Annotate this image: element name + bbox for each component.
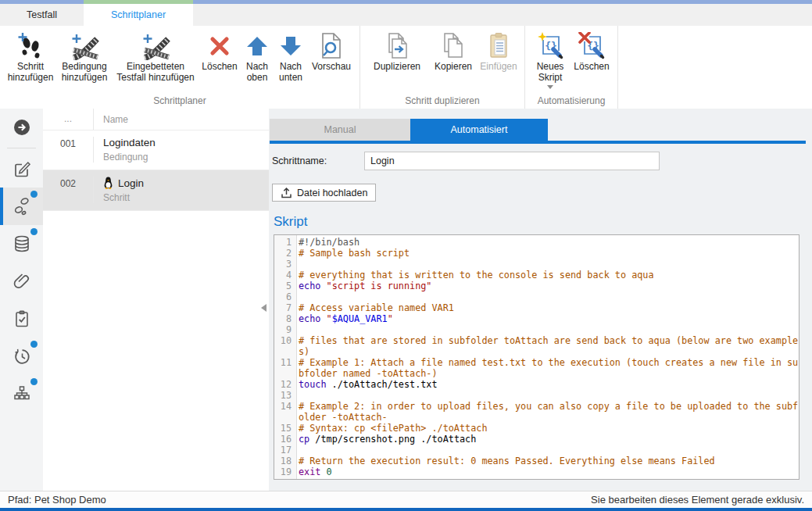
step-number: 002 (43, 177, 94, 203)
duplicate-icon (383, 30, 411, 62)
line-number: 3 (274, 259, 296, 270)
add-step-icon (16, 30, 45, 62)
code-line: 8echo "$AQUA_VAR1" (274, 313, 799, 324)
delete-x-icon (208, 30, 231, 62)
code-line: 11# Example 1: Attach a file named test.… (274, 357, 799, 379)
history-badge-dot (30, 341, 38, 348)
add-embedded-testcase-label: Eingebetteten Testfall hinzufügen (113, 62, 198, 83)
add-condition-button[interactable]: Bedingung hinzufügen (57, 28, 112, 83)
move-up-label: Nach oben (241, 62, 273, 83)
hierarchy-icon (13, 384, 31, 403)
detail-tab-bar: Manual Automatisiert (270, 119, 812, 141)
steps-list-panel: ... Name 001 Logindaten Bedingung 002 (43, 109, 270, 491)
move-down-button[interactable]: Nach unten (274, 28, 307, 83)
step-name-input[interactable] (364, 152, 660, 170)
step-type: Bedingung (103, 152, 269, 163)
line-number: 6 (274, 291, 296, 302)
tab-testfall[interactable]: Testfall (0, 4, 84, 26)
code-text: cp /tmp/screnshot.png ./toAttach (299, 434, 799, 445)
move-down-label: Nach unten (274, 62, 307, 83)
delete-script-icon: {} (578, 30, 605, 62)
code-line: 5echo "script is running" (274, 281, 799, 291)
code-text: # Example 2: in order to upload files, y… (299, 401, 799, 423)
add-condition-icon (70, 30, 99, 62)
line-number: 11 (274, 357, 296, 379)
sidebar-item-attachments[interactable] (0, 263, 43, 300)
tab-manual[interactable]: Manual (270, 119, 410, 141)
step-row-001[interactable]: 001 Logindaten Bedingung (43, 130, 269, 170)
step-name: Logindaten (103, 137, 269, 148)
code-line: 19exit 0 (274, 466, 799, 477)
tab-automatisiert[interactable]: Automatisiert (410, 119, 548, 141)
line-number: 14 (274, 401, 296, 423)
paste-button[interactable]: Einfügen (478, 28, 519, 73)
paperclip-icon (13, 272, 31, 291)
history-icon (13, 347, 31, 366)
copy-button[interactable]: Kopieren (430, 28, 477, 73)
step-row-002[interactable]: 002 Login Schritt (43, 170, 269, 211)
duplicate-button[interactable]: Duplizieren (366, 28, 428, 73)
code-line: 3 (274, 259, 799, 270)
code-text: # files that are stored in subfolder toA… (299, 335, 799, 357)
add-embedded-testcase-button[interactable]: Eingebetteten Testfall hinzufügen (113, 28, 198, 83)
line-number: 17 (274, 445, 296, 456)
navigate-circle-icon (13, 118, 31, 137)
sidebar-item-navigate[interactable] (0, 109, 43, 146)
line-number: 9 (274, 324, 296, 335)
preview-icon (320, 30, 343, 62)
add-step-label: Schritt hinzufügen (5, 62, 55, 83)
sidebar-item-edit[interactable] (0, 150, 43, 188)
code-text (299, 324, 799, 335)
sidebar-item-history[interactable] (0, 338, 43, 375)
preview-button[interactable]: Vorschau (309, 28, 354, 73)
code-line: 7# Access variable named VAR1 (274, 302, 799, 313)
line-number: 8 (274, 313, 296, 324)
steps-list-header: ... Name (43, 109, 269, 130)
new-script-button[interactable]: {} Neues Skript (531, 28, 570, 92)
linux-penguin-icon (103, 177, 113, 189)
line-number: 4 (274, 270, 296, 281)
code-line: 12touch ./toAttach/test.txt (274, 379, 799, 390)
line-number: 12 (274, 379, 296, 390)
code-lines: 1#!/bin/bash2# Sample bash script34# eve… (274, 237, 799, 477)
sidebar-item-steps[interactable] (0, 188, 43, 225)
sidebar-item-data[interactable] (0, 225, 43, 263)
sidebar-item-hierarchy[interactable] (0, 375, 43, 413)
code-line: 15# Syntax: cp <filePath> ./toAttach (274, 423, 799, 434)
code-text: # everything that is written to the cons… (299, 270, 799, 281)
line-number: 7 (274, 302, 296, 313)
status-path: Pfad: Pet Shop Demo (8, 494, 106, 506)
script-code-editor[interactable]: 1#!/bin/bash2# Sample bash script34# eve… (274, 234, 799, 480)
code-text: echo "script is running" (299, 281, 799, 291)
code-text (299, 390, 799, 401)
line-number: 2 (274, 248, 296, 259)
new-script-dropdown-icon[interactable] (547, 85, 553, 92)
add-step-button[interactable]: Schritt hinzufügen (5, 28, 55, 83)
new-script-icon: {} (537, 30, 563, 62)
delete-script-button[interactable]: {} Löschen (571, 28, 612, 73)
sidebar-divider (7, 148, 36, 148)
sidebar-item-tasks[interactable] (0, 300, 43, 338)
ribbon-group-schritt-duplizieren: Duplizieren Kopieren (360, 26, 525, 109)
code-line: 13 (274, 390, 799, 401)
code-line: 16cp /tmp/screnshot.png ./toAttach (274, 434, 799, 445)
status-bar: Pfad: Pet Shop Demo Sie bearbeiten diese… (0, 491, 812, 508)
column-header-name: Name (94, 114, 269, 125)
line-number: 1 (274, 237, 296, 248)
code-line: 17 (274, 445, 799, 456)
panel-collapse-icon[interactable] (261, 304, 266, 312)
new-script-label: Neues Skript (531, 62, 570, 83)
delete-button[interactable]: Löschen (199, 28, 240, 73)
arrow-up-icon (245, 30, 269, 62)
code-line: 6 (274, 291, 799, 302)
ribbon-group-automatisierung: {} Neues Skript {} Löschen (525, 26, 618, 109)
detail-area: Manual Automatisiert Schrittname: Datei … (269, 109, 812, 491)
code-text (299, 291, 799, 302)
left-sidebar (0, 109, 44, 491)
code-text: # Sample bash script (299, 248, 799, 259)
paste-label: Einfügen (480, 62, 517, 73)
upload-file-button[interactable]: Datei hochladen (272, 184, 376, 202)
tab-schrittplaner[interactable]: Schrittplaner (84, 4, 193, 26)
move-up-button[interactable]: Nach oben (241, 28, 273, 83)
code-text: echo "$AQUA_VAR1" (299, 313, 799, 324)
